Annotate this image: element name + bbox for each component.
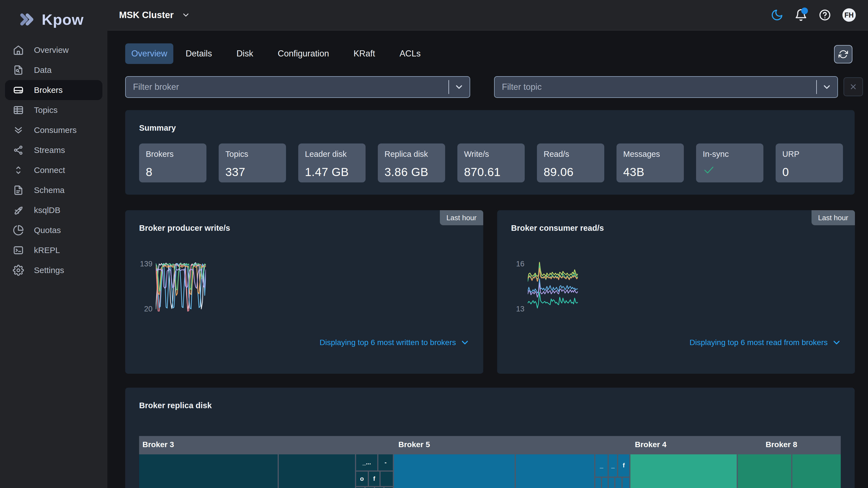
sidebar-item-streams[interactable]: Streams — [0, 140, 107, 160]
terminal-icon — [13, 245, 24, 256]
treemap-cell[interactable]: f — [618, 454, 629, 477]
treemap-cell-label: o — [360, 475, 364, 482]
summary-card-read-s: Read/s 89.06 — [537, 143, 604, 183]
treemap-cell[interactable] — [609, 478, 614, 488]
treemap-cell[interactable]: _... — [356, 454, 377, 470]
chevron-down-icon — [460, 337, 470, 348]
help-circle-icon[interactable] — [818, 9, 831, 22]
clear-filters-button[interactable] — [843, 77, 863, 96]
treemap-broker-header: Broker 8 — [766, 436, 797, 453]
treemap-cell-label: _ — [611, 462, 615, 469]
chart-series-selector[interactable]: Displaying top 6 most written to brokers — [320, 337, 470, 348]
treemap-cell[interactable] — [380, 471, 393, 486]
consumer-read-line-chart — [528, 261, 578, 312]
treemap-cell-label: _... — [363, 459, 371, 466]
treemap-cell[interactable]: _ — [595, 454, 608, 477]
chart-line — [528, 283, 578, 297]
broker-filter — [125, 76, 470, 98]
chart-series-selector[interactable]: Displaying top 6 most read from brokers — [690, 337, 842, 348]
check-icon — [703, 164, 715, 176]
sidebar-item-label: Consumers — [34, 125, 76, 135]
chart-title: Broker producer write/s — [139, 224, 230, 233]
sidebar-item-label: Data — [34, 65, 52, 75]
chevron-down-icon[interactable] — [454, 82, 464, 92]
kpow-logo[interactable]: Kpow — [0, 0, 107, 31]
treemap-cell[interactable] — [602, 478, 608, 488]
input-divider — [448, 80, 449, 94]
notifications-bell-icon[interactable] — [795, 9, 807, 22]
broker-filter-input[interactable] — [125, 76, 470, 98]
sidebar-item-connect[interactable]: Connect — [0, 160, 107, 180]
treemap-cell[interactable]: - — [378, 454, 393, 470]
treemap-cell[interactable]: f — [369, 471, 379, 486]
notification-badge — [801, 7, 808, 14]
filter-row — [125, 76, 868, 98]
sidebar-nav: Overview Data Brokers Topics Consumers S… — [0, 40, 107, 280]
sidebar-item-label: Overview — [34, 45, 69, 55]
topic-filter — [494, 76, 838, 98]
tab-acls[interactable]: ACLs — [387, 43, 433, 64]
tab-kraft[interactable]: KRaft — [341, 43, 388, 64]
sidebar-item-label: Topics — [34, 105, 58, 115]
treemap-cell-label: f — [373, 475, 375, 482]
sidebar-item-overview[interactable]: Overview — [0, 40, 107, 60]
y-axis-max-label: 16 — [508, 260, 524, 268]
treemap-cell[interactable] — [738, 454, 791, 488]
producer-write-chart-panel: Broker producer write/s Last hour 139 20… — [125, 210, 483, 374]
consumer-read-chart-panel: Broker consumer read/s Last hour 16 13 D… — [497, 210, 855, 374]
sidebar-item-consumers[interactable]: Consumers — [0, 120, 107, 140]
tab-details[interactable]: Details — [173, 43, 224, 64]
refresh-button[interactable] — [834, 45, 852, 63]
file-search-icon — [13, 65, 24, 76]
summary-card-messages: Messages 43B — [617, 143, 684, 183]
treemap-cell[interactable] — [792, 454, 841, 488]
summary-card-topics: Topics 337 — [219, 143, 286, 183]
sidebar-item-data[interactable]: Data — [0, 60, 107, 80]
treemap-cell[interactable] — [630, 454, 737, 488]
chevron-down-icon[interactable] — [822, 82, 832, 92]
replica-disk-treemap: Broker 3Broker 5Broker 4Broker 8_...-of_… — [139, 436, 841, 488]
tab-disk[interactable]: Disk — [224, 43, 266, 64]
treemap-cell[interactable]: __consumer_offsets — [516, 454, 594, 488]
chevrons-down-icon — [13, 125, 24, 136]
treemap-cell[interactable]: o — [356, 471, 368, 486]
sidebar-item-schema[interactable]: Schema — [0, 180, 107, 200]
sidebar-item-krepl[interactable]: kREPL — [0, 240, 107, 260]
replica-disk-panel: Broker replica disk Broker 3Broker 5Brok… — [125, 388, 855, 488]
sidebar-item-brokers[interactable]: Brokers — [5, 80, 102, 100]
tab-overview[interactable]: Overview — [125, 43, 173, 64]
cluster-name: MSK Cluster — [119, 10, 174, 20]
summary-card-leader-disk: Leader disk 1.47 GB — [298, 143, 366, 183]
cluster-selector[interactable]: MSK Cluster — [119, 10, 190, 20]
summary-card-brokers: Brokers 8 — [139, 143, 207, 183]
treemap-cell[interactable] — [595, 478, 601, 488]
broker-tabs: Overview Details Disk Configuration KRaf… — [125, 43, 433, 64]
theme-toggle-moon-icon[interactable] — [771, 9, 783, 22]
treemap-cell[interactable] — [394, 454, 515, 488]
chevron-down-icon — [832, 337, 842, 348]
sidebar-item-settings[interactable]: Settings — [0, 260, 107, 280]
summary-cards: Brokers 8 Topics 337 Leader disk 1.47 GB… — [139, 143, 843, 183]
sidebar-item-label: Settings — [34, 265, 64, 275]
summary-title: Summary — [139, 124, 176, 133]
rocket-icon — [13, 205, 24, 216]
sidebar-item-ksqldb[interactable]: ksqlDB — [0, 200, 107, 220]
treemap-cell[interactable] — [623, 478, 629, 488]
summary-card-in-sync: In-sync — [696, 143, 764, 183]
chart-line — [528, 292, 578, 308]
y-axis-min-label: 13 — [508, 305, 524, 313]
sidebar-item-topics[interactable]: Topics — [0, 100, 107, 120]
topic-filter-input[interactable] — [494, 76, 838, 98]
tab-configuration[interactable]: Configuration — [266, 43, 341, 64]
treemap-broker-header: Broker 3 — [143, 436, 174, 453]
treemap-cell[interactable] — [139, 454, 278, 488]
treemap-cell[interactable] — [279, 454, 355, 488]
sidebar-item-quotas[interactable]: Quotas — [0, 220, 107, 240]
treemap-cell[interactable] — [615, 478, 621, 488]
treemap-cell[interactable]: _ — [609, 454, 617, 477]
sidebar-item-label: Streams — [34, 145, 65, 155]
up-down-icon — [13, 165, 24, 176]
share-icon — [13, 144, 24, 156]
home-icon — [13, 44, 24, 56]
user-avatar[interactable]: FH — [842, 8, 856, 22]
